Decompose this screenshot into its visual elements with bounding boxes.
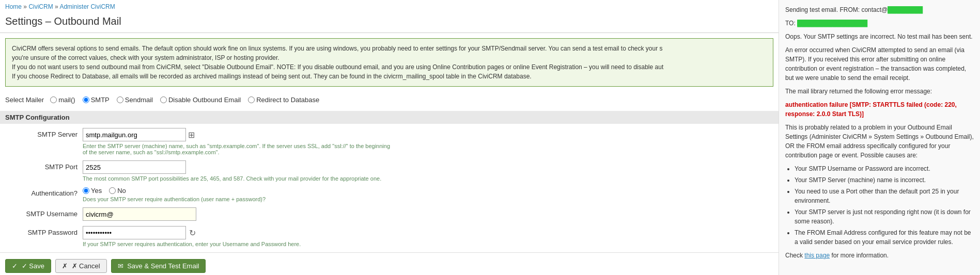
auth-no-label[interactable]: No xyxy=(109,187,126,195)
email-icon: ✉ xyxy=(118,262,123,270)
breadcrumb-administer[interactable]: Administer CiviCRM xyxy=(59,3,115,10)
smtp-auth-hint: Does your SMTP server require authentica… xyxy=(83,196,393,202)
mailer-radio-disable[interactable] xyxy=(160,96,167,103)
cause-item-4: Your SMTP server is just not responding … xyxy=(795,207,974,226)
info-box: CiviCRM offers several options to send e… xyxy=(5,38,773,87)
smtp-auth-row: Authentication? Yes No Does your SMTP se… xyxy=(5,187,773,202)
smtp-password-row: SMTP Password ↻ If your SMTP server requ… xyxy=(5,226,773,247)
auth-no-radio[interactable] xyxy=(109,187,116,194)
smtp-section-title: SMTP Configuration xyxy=(0,111,779,124)
copy-icon[interactable]: ⊞ xyxy=(188,130,195,140)
smtp-password-input[interactable] xyxy=(83,226,186,239)
mailer-options: mail() SMTP Sendmail Disable Outbound Em… xyxy=(50,96,319,104)
to-redacted: ████████████████ xyxy=(797,20,867,27)
smtp-auth-field: Yes No Does your SMTP server require aut… xyxy=(83,187,773,202)
cancel-x-icon: ✗ xyxy=(62,262,68,270)
auth-options: Yes No xyxy=(83,187,773,195)
mailer-option-disable[interactable]: Disable Outbound Email xyxy=(160,96,241,104)
auth-yes-label[interactable]: Yes xyxy=(83,187,102,195)
save-button[interactable]: ✓ ✓ Save xyxy=(5,259,51,273)
smtp-password-label: SMTP Password xyxy=(5,226,83,236)
smtp-port-row: SMTP Port The most common SMTP port poss… xyxy=(5,160,773,182)
smtp-username-label: SMTP Username xyxy=(5,207,83,218)
from-line: Sending test email. FROM: contact@██████… xyxy=(785,5,974,14)
main-panel: Home » CiviCRM » Administer CiviCRM Sett… xyxy=(0,0,779,275)
save-send-test-button[interactable]: ✉ Save & Send Test Email xyxy=(111,259,206,273)
mailer-radio-sendmail[interactable] xyxy=(117,96,123,103)
mailer-radio-smtp[interactable] xyxy=(83,96,89,103)
cause-item-2: Your SMTP Server (machine) name is incor… xyxy=(795,175,974,185)
mailer-radio-redirect[interactable] xyxy=(248,96,255,103)
mailer-option-mail[interactable]: mail() xyxy=(50,96,75,104)
smtp-password-field: ↻ If your SMTP server requires authentic… xyxy=(83,226,773,247)
password-row: ↻ xyxy=(83,226,773,239)
smtp-server-input[interactable] xyxy=(83,128,186,141)
mailer-radio-mail[interactable] xyxy=(50,96,57,103)
probably-text: This is probably related to a problem in… xyxy=(785,123,974,160)
mail-library-text: The mail library returned the following … xyxy=(785,87,974,96)
smtp-username-input[interactable] xyxy=(83,207,196,221)
check-text: Check this page for more information. xyxy=(785,251,974,260)
smtp-server-row: SMTP Server ⊞ Enter the SMTP server (mac… xyxy=(5,128,773,155)
cancel-button[interactable]: ✗ ✗ Cancel xyxy=(55,259,107,273)
cause-item-1: Your SMTP Username or Password are incor… xyxy=(795,164,974,173)
mailer-row: Select Mailer mail() SMTP Sendmail Disab… xyxy=(0,92,779,108)
cause-item-5: The FROM Email Address configured for th… xyxy=(795,228,974,247)
this-page-link[interactable]: this page xyxy=(804,252,830,259)
smtp-port-label: SMTP Port xyxy=(5,160,83,171)
oops-text: Oops. Your SMTP settings are incorrect. … xyxy=(785,32,974,41)
cause-item-3: You need to use a Port other than the de… xyxy=(795,187,974,205)
smtp-auth-label: Authentication? xyxy=(5,187,83,197)
smtp-server-field: ⊞ Enter the SMTP server (machine) name, … xyxy=(83,128,773,155)
breadcrumb-civicrm[interactable]: CiviCRM xyxy=(28,3,53,10)
smtp-server-label: SMTP Server xyxy=(5,128,83,138)
to-line: TO: ████████████████ xyxy=(785,19,974,28)
smtp-username-row: SMTP Username xyxy=(5,207,773,221)
right-panel: Sending test email. FROM: contact@██████… xyxy=(779,0,980,275)
causes-list: Your SMTP Username or Password are incor… xyxy=(795,164,974,247)
mailer-label: Select Mailer xyxy=(5,96,44,104)
page-title: Settings – Outbound Mail xyxy=(0,13,779,33)
password-refresh-icon[interactable]: ↻ xyxy=(189,228,196,238)
mailer-option-redirect[interactable]: Redirect to Database xyxy=(248,96,319,104)
smtp-username-field xyxy=(83,207,773,221)
breadcrumb: Home » CiviCRM » Administer CiviCRM xyxy=(0,0,779,13)
auth-yes-radio[interactable] xyxy=(83,187,89,194)
smtp-port-input[interactable] xyxy=(83,160,186,174)
from-redacted: ████████ xyxy=(888,6,923,13)
smtp-server-hint: Enter the SMTP server (machine) name, su… xyxy=(83,143,393,155)
error-occurred-text: An error occurred when CiviCRM attempted… xyxy=(785,45,974,83)
mailer-option-sendmail[interactable]: Sendmail xyxy=(117,96,153,104)
form-table: SMTP Server ⊞ Enter the SMTP server (mac… xyxy=(0,128,779,247)
mailer-option-smtp[interactable]: SMTP xyxy=(83,96,110,104)
smtp-port-field: The most common SMTP port possibilities … xyxy=(83,160,773,182)
error-message: authentication failure [SMTP: STARTTLS f… xyxy=(785,100,974,119)
smtp-password-hint: If your SMTP server requires authenticat… xyxy=(83,241,393,247)
smtp-port-hint: The most common SMTP port possibilities … xyxy=(83,175,393,182)
button-row: ✓ ✓ Save ✗ ✗ Cancel ✉ Save & Send Test E… xyxy=(0,252,779,275)
save-check-icon: ✓ xyxy=(12,262,18,270)
breadcrumb-home[interactable]: Home xyxy=(5,3,22,10)
